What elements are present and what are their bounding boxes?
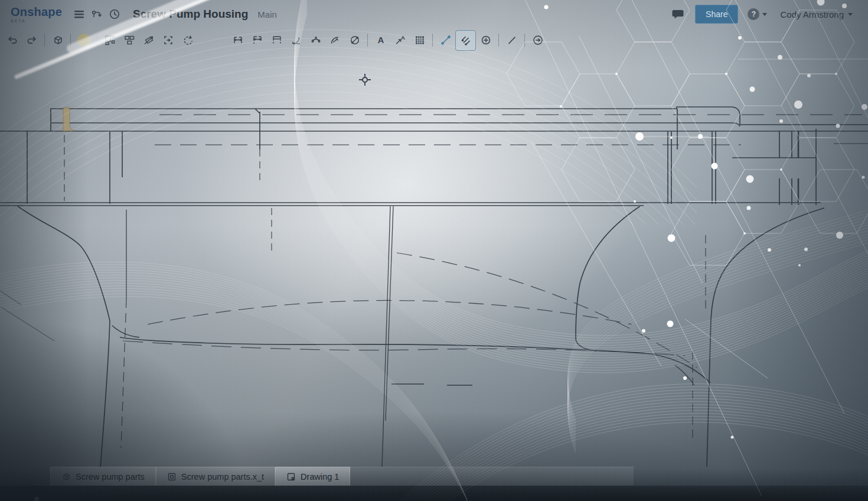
auxiliary-view-icon [143, 34, 155, 46]
undo-icon [6, 34, 18, 46]
table-icon [414, 34, 426, 46]
record-indicator [74, 31, 93, 50]
note-text-icon: A [375, 34, 387, 46]
drawing-icon [286, 472, 296, 482]
note-button[interactable]: A [371, 31, 390, 50]
line-button[interactable] [502, 31, 521, 50]
onshape-app-window: { "app": { "logo": "Onshape", "beta": "B… [0, 0, 868, 501]
help-icon: ? [748, 8, 759, 20]
dimension-chain-button[interactable] [267, 31, 286, 50]
caret-down-icon [762, 13, 767, 16]
dimension-baseline-icon [252, 34, 263, 46]
versions-button[interactable] [88, 5, 106, 23]
hamburger-menu-icon [73, 8, 85, 20]
projected-view-icon [123, 34, 135, 46]
comment-icon [671, 8, 684, 20]
svg-text:A: A [377, 35, 384, 45]
centerline-icon [440, 34, 452, 46]
line-icon [506, 34, 518, 46]
bottom-strip [0, 486, 868, 501]
center-mark-icon [480, 34, 492, 46]
tab-part-studio[interactable]: Screw pump parts [50, 467, 156, 486]
leader-note-icon: A [394, 34, 406, 46]
help-menu[interactable]: ? [748, 8, 767, 20]
export-next-icon [532, 34, 544, 46]
table-button[interactable] [410, 31, 429, 50]
export-next-button[interactable] [528, 31, 547, 50]
drawing-canvas[interactable] [0, 0, 868, 501]
arc-dimension-button[interactable] [306, 31, 325, 50]
tab-imported-file[interactable]: Screw pump parts.x_t [156, 467, 275, 486]
redo-icon [26, 34, 38, 46]
bell-bottom-rim [120, 337, 710, 383]
placement-crosshair-cursor [358, 73, 372, 87]
dimension-icon [232, 34, 244, 46]
document-tab-bar: Screw pump parts Screw pump parts.x_t Dr… [0, 467, 634, 486]
dimension-button[interactable] [228, 31, 247, 50]
top-bar: Onshape BETA Screw Pump Housing Main Sha… [0, 0, 868, 28]
caret-down-icon [848, 13, 853, 16]
radial-dimension-button[interactable] [325, 31, 345, 50]
bell-right-outer-curve [707, 208, 824, 467]
hatch-icon [460, 34, 472, 46]
diameter-dimension-button[interactable] [345, 31, 364, 50]
angular-dimension-icon [291, 34, 302, 46]
bell-right-inner-curve [576, 206, 640, 351]
dimension-baseline-button[interactable] [247, 31, 267, 50]
left-flange-tan-tab [63, 108, 75, 131]
view-cube-icon [52, 34, 64, 46]
user-menu[interactable]: Cody Armstrong [780, 9, 853, 19]
versions-icon [91, 8, 103, 20]
yellow-dot [77, 34, 90, 47]
comment-button[interactable] [669, 5, 687, 23]
history-icon [109, 8, 120, 20]
imported-file-icon [167, 472, 177, 482]
center-mark-button[interactable] [476, 31, 495, 50]
tab-label: Drawing 1 [301, 472, 339, 482]
hamburger-menu-button[interactable] [70, 5, 88, 23]
redo-button[interactable] [22, 31, 41, 50]
projected-view-button[interactable] [119, 31, 139, 50]
bell-left-outer-curve [18, 206, 110, 321]
flange-top-profile [51, 107, 868, 131]
insert-view-icon [104, 34, 116, 46]
broken-view-icon [182, 34, 194, 46]
auxiliary-view-button[interactable] [139, 31, 158, 50]
tab-bar-filler [350, 467, 634, 486]
detail-view-icon [162, 34, 174, 46]
tab-label: Screw pump parts [76, 472, 145, 482]
drawing-toolbar: A A [0, 28, 868, 52]
tab-label: Screw pump parts.x_t [181, 472, 264, 482]
hatch-button[interactable] [455, 30, 476, 51]
workspace-name[interactable]: Main [257, 9, 277, 19]
share-button[interactable]: Share [695, 5, 738, 24]
radial-dimension-icon [329, 34, 341, 46]
beta-badge: BETA [11, 19, 62, 23]
broken-view-button[interactable] [178, 31, 197, 50]
diameter-dimension-icon [349, 34, 361, 46]
dimension-chain-icon [271, 34, 283, 46]
logo-text: Onshape [11, 6, 62, 18]
part-studio-icon [61, 472, 71, 482]
insert-view-button[interactable] [100, 31, 119, 50]
document-title: Screw Pump Housing [133, 8, 248, 21]
leader-note-button[interactable]: A [390, 31, 410, 50]
history-button[interactable] [106, 5, 123, 23]
view-cube-button[interactable] [48, 31, 67, 50]
onshape-logo[interactable]: Onshape BETA [11, 6, 62, 23]
angular-dimension-button[interactable] [286, 31, 306, 50]
tab-drawing-1[interactable]: Drawing 1 [275, 467, 350, 486]
centerline-button[interactable] [436, 31, 455, 50]
svg-text:A: A [401, 34, 405, 41]
detail-view-button[interactable] [158, 31, 178, 50]
undo-button[interactable] [2, 31, 22, 50]
three-point-arc-dimension-icon [310, 34, 322, 46]
user-name: Cody Armstrong [780, 9, 844, 19]
